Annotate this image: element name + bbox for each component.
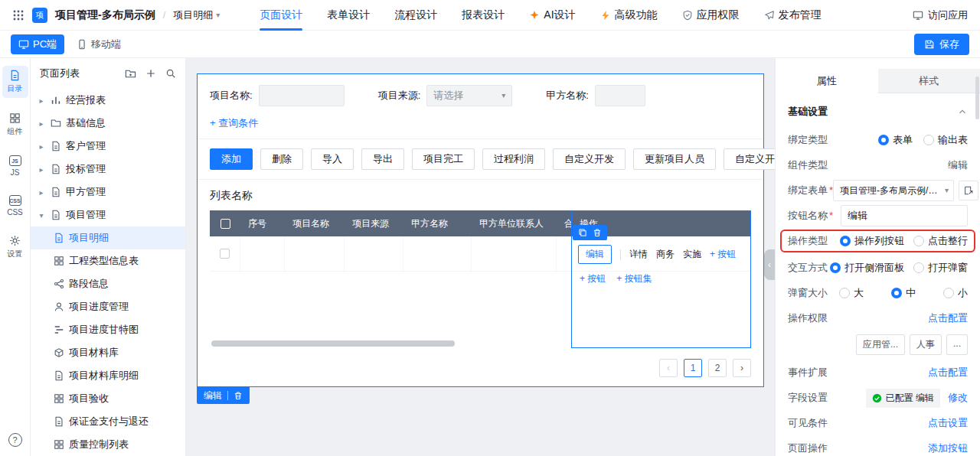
rail-item-css[interactable]: CSS CSS <box>2 191 28 220</box>
op-implement-button[interactable]: 实施 <box>683 248 701 261</box>
radio-size-medium[interactable]: 中 <box>891 286 916 300</box>
custom-dev-button[interactable]: 自定义开发 <box>553 148 626 170</box>
horizontal-scrollbar-thumb[interactable] <box>211 340 455 347</box>
tree-item-engineering-type[interactable]: 工程类型信息表 <box>31 249 185 272</box>
project-complete-button[interactable]: 项目完工 <box>412 148 475 170</box>
tree-item-gantt[interactable]: 项目进度甘特图 <box>31 318 185 341</box>
next-page-button[interactable]: › <box>733 359 751 377</box>
tree-item-deposit[interactable]: 保证金支付与退还 <box>31 410 185 433</box>
mobile-view-button[interactable]: 移动端 <box>77 37 121 51</box>
tab-properties[interactable]: 属性 <box>776 69 878 93</box>
plus-icon[interactable] <box>145 68 156 79</box>
visit-app-button[interactable]: 访问应用 <box>913 8 968 22</box>
radio-operation-column-button[interactable]: 操作列按钮 <box>840 234 904 248</box>
app-logo[interactable]: 项 <box>32 8 47 23</box>
page-number-1[interactable]: 1 <box>684 359 702 377</box>
tree-group-business-report[interactable]: ▸ 经营报表 <box>31 89 185 112</box>
tree-group-bidding[interactable]: ▸ 投标管理 <box>31 158 185 181</box>
tree-item-material-lib[interactable]: 项目材料库 <box>31 341 185 364</box>
project-name-input[interactable] <box>259 85 345 106</box>
open-form-button[interactable] <box>959 181 978 200</box>
trash-icon[interactable] <box>593 228 602 237</box>
tree-group-basic-info[interactable]: ▸ 基础信息 <box>31 112 185 135</box>
permission-chip-app-admin[interactable]: 应用管... <box>856 334 905 355</box>
nav-flow-design[interactable]: 流程设计 <box>394 0 437 31</box>
radio-click-row[interactable]: 点击整行 <box>913 234 968 248</box>
rail-item-js[interactable]: JS JS <box>2 151 28 181</box>
trash-icon[interactable] <box>234 391 243 400</box>
party-name-input[interactable] <box>595 85 645 106</box>
tree-group-project-mgmt[interactable]: ▾ 项目管理 <box>31 204 185 226</box>
tree-item-material-detail[interactable]: 项目材料库明细 <box>31 364 185 387</box>
add-page-button-link[interactable]: 添加按钮 <box>928 441 968 455</box>
search-icon[interactable] <box>165 68 176 79</box>
project-source-select[interactable]: 请选择 ▾ <box>426 85 512 106</box>
prev-page-button[interactable]: ‹ <box>659 359 678 377</box>
export-button[interactable]: 导出 <box>361 148 404 170</box>
import-button[interactable]: 导入 <box>311 148 354 170</box>
tree-item-quality-control[interactable]: 质量控制列表 <box>31 433 185 456</box>
tree-group-customer[interactable]: ▸ 客户管理 <box>31 135 185 158</box>
operation-column-selection[interactable]: 编辑 详情 商务 实施 + 按钮 + 按钮 + 按钮集 <box>571 210 751 348</box>
app-launcher-icon[interactable] <box>12 9 24 21</box>
radio-side-panel[interactable]: 打开侧滑面板 <box>830 261 904 275</box>
copy-icon[interactable] <box>578 228 587 237</box>
monitor-icon <box>913 10 923 21</box>
configure-permission-link[interactable]: 点击配置 <box>928 311 968 325</box>
op-edit-button[interactable]: 编辑 <box>578 245 612 264</box>
panel-scrollbar-thumb[interactable] <box>975 77 979 119</box>
update-members-button[interactable]: 更新项目人员 <box>633 148 716 170</box>
tree-group-party-a[interactable]: ▸ 甲方管理 <box>31 181 185 204</box>
delete-button[interactable]: 删除 <box>260 148 303 170</box>
nav-publish[interactable]: 发布管理 <box>764 0 822 31</box>
op-business-button[interactable]: 商务 <box>656 248 675 261</box>
bind-form-select[interactable]: 项目管理-多布局示例/项... ▾ <box>833 180 954 201</box>
rail-item-catalog[interactable]: 目录 <box>2 66 28 98</box>
nav-page-design[interactable]: 页面设计 <box>260 0 302 31</box>
radio-size-small[interactable]: 小 <box>943 286 968 300</box>
button-name-input[interactable] <box>841 205 968 226</box>
rail-item-settings[interactable]: 设置 <box>2 231 28 263</box>
nav-form-design[interactable]: 表单设计 <box>327 0 370 31</box>
op-detail-button[interactable]: 详情 <box>629 248 648 261</box>
modify-fields-link[interactable]: 修改 <box>948 391 968 405</box>
tree-item-project-detail[interactable]: 项目明细 <box>31 226 185 249</box>
toolbar-buttons: 添加 删除 导入 导出 项目完工 过程利润 自定义开发 更新项目人员 自定义开发… <box>210 148 751 170</box>
nav-advanced[interactable]: 高级功能 <box>600 0 658 31</box>
op-add-button-link[interactable]: + 按钮 <box>710 248 736 261</box>
configure-event-link[interactable]: 点击配置 <box>928 366 968 379</box>
radio-size-large[interactable]: 大 <box>839 286 864 300</box>
basic-settings-section[interactable]: 基础设置 <box>776 93 980 129</box>
page-tree: ▸ 经营报表 ▸ 基础信息 ▸ 客户管理 ▸ 投标管理 ▸ <box>31 89 185 456</box>
help-button[interactable]: ? <box>8 433 22 447</box>
page-selector-dropdown[interactable]: 项目明细 ▾ <box>173 8 220 22</box>
radio-output-table[interactable]: 输出表 <box>923 133 968 147</box>
nav-report-design[interactable]: 报表设计 <box>462 0 505 31</box>
add-button-group-link[interactable]: + 按钮集 <box>616 272 652 285</box>
process-profit-button[interactable]: 过程利润 <box>482 148 545 170</box>
row-label: 页面操作 <box>788 441 828 455</box>
tree-item-acceptance[interactable]: 项目验收 <box>31 387 185 410</box>
selected-page-block[interactable]: 项目名称: 项目来源: 请选择 ▾ 甲方名称: + 查询条件 <box>197 73 764 387</box>
row-checkbox[interactable] <box>220 249 230 259</box>
select-all-checkbox[interactable] <box>220 219 230 229</box>
permission-chip-more[interactable]: ... <box>946 334 968 355</box>
save-button[interactable]: 保存 <box>914 34 969 55</box>
set-visible-condition-link[interactable]: 点击设置 <box>928 416 968 430</box>
pc-view-button[interactable]: PC端 <box>11 34 64 54</box>
radio-form[interactable]: 表单 <box>878 133 913 147</box>
tab-style[interactable]: 样式 <box>878 69 980 93</box>
page-number-2[interactable]: 2 <box>708 359 727 377</box>
tree-item-road-section[interactable]: 路段信息 <box>31 272 185 295</box>
radio-open-modal[interactable]: 打开弹窗 <box>913 261 968 275</box>
nav-app-permission[interactable]: 应用权限 <box>682 0 740 31</box>
permission-chip-hr[interactable]: 人事 <box>910 334 942 355</box>
add-button-link[interactable]: + 按钮 <box>580 272 606 285</box>
nav-ai-design[interactable]: AI设计 <box>529 0 575 31</box>
panel-collapse-handle[interactable]: ‹ <box>764 249 775 280</box>
add-query-condition-link[interactable]: + 查询条件 <box>210 116 258 130</box>
add-button[interactable]: 添加 <box>210 148 253 170</box>
tree-item-progress-mgmt[interactable]: 项目进度管理 <box>31 295 185 318</box>
folder-plus-icon[interactable] <box>125 68 136 80</box>
rail-item-components[interactable]: 组件 <box>2 109 28 141</box>
